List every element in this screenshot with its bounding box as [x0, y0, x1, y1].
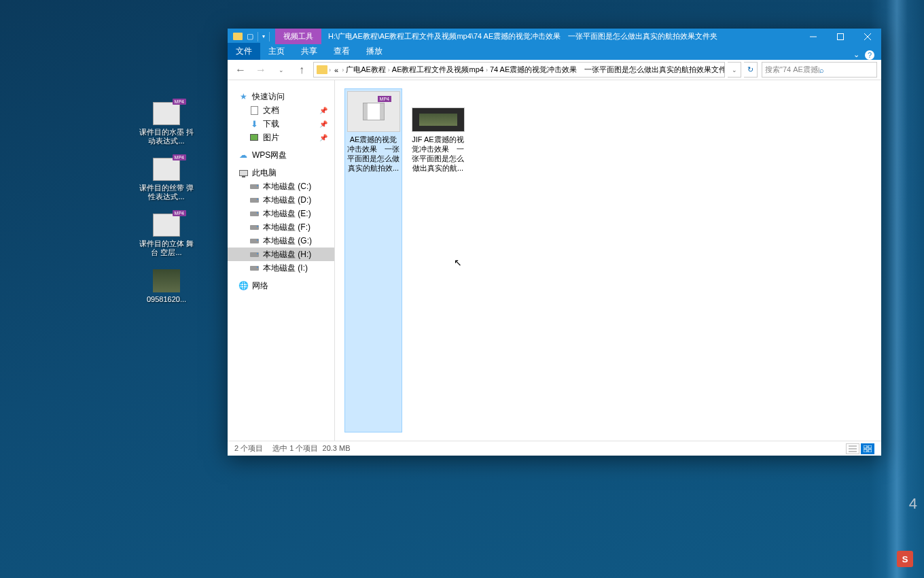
- sidebar-item-icon: [238, 168, 248, 177]
- sidebar-quick-item[interactable]: 图片📌: [228, 131, 334, 144]
- pin-icon: 📌: [319, 120, 327, 128]
- tab-play[interactable]: 播放: [358, 43, 391, 60]
- help-icon[interactable]: ?: [865, 50, 874, 60]
- sidebar-item-label: WPS网盘: [252, 150, 287, 161]
- status-selection: 选中 1 个项目 20.3 MB: [272, 443, 350, 454]
- sidebar-item-label: 本地磁盘 (G:): [263, 235, 312, 247]
- sidebar-drive[interactable]: 本地磁盘 (I:): [228, 261, 334, 275]
- maximize-button[interactable]: [827, 29, 854, 44]
- breadcrumb-bar[interactable]: › « ›广电AE教程›AE教程工程文件及视频mp4›74 AE震撼的视觉冲击效…: [313, 62, 725, 78]
- nav-recent-dropdown[interactable]: ⌄: [272, 62, 290, 78]
- minimize-button[interactable]: [800, 29, 827, 44]
- sidebar-quick-access[interactable]: ★快速访问: [228, 90, 334, 103]
- desktop-icon-label: 09581620...: [147, 295, 186, 304]
- sidebar-item-icon: [249, 250, 259, 259]
- tab-view[interactable]: 查看: [325, 43, 358, 60]
- sidebar-item-label: 图片: [263, 132, 279, 143]
- sidebar-drive[interactable]: 本地磁盘 (F:): [228, 220, 334, 234]
- nav-forward-button[interactable]: →: [252, 62, 270, 78]
- sidebar-item-label: 本地磁盘 (D:): [263, 194, 311, 206]
- icons-view-button[interactable]: [861, 443, 874, 454]
- ribbon-right: ⌄ ?: [853, 50, 881, 60]
- sidebar-drive[interactable]: 本地磁盘 (D:): [228, 193, 334, 207]
- ribbon-collapse-icon[interactable]: ⌄: [853, 50, 859, 60]
- sidebar-item-label: 网络: [252, 280, 268, 292]
- image-file-icon: [153, 269, 180, 292]
- sidebar-drive[interactable]: 本地磁盘 (G:): [228, 234, 334, 248]
- file-list-pane[interactable]: ↖ AE震撼的视觉冲击效果 一张平面图是怎么做真实的航拍效...JIF AE震撼…: [335, 80, 881, 441]
- view-switcher: [846, 443, 874, 454]
- folder-icon: [233, 33, 243, 40]
- refresh-button[interactable]: ↻: [744, 62, 758, 78]
- chevron-right-icon[interactable]: ›: [329, 67, 331, 73]
- status-bar: 2 个项目 选中 1 个项目 20.3 MB: [228, 441, 881, 456]
- details-view-button[interactable]: [846, 443, 859, 454]
- sidebar-item-icon: ⬇: [249, 119, 259, 129]
- search-input[interactable]: 搜索"74 AE震撼的视觉冲击... ⌕: [762, 62, 877, 78]
- tray-app-icon[interactable]: S: [897, 551, 913, 567]
- desktop-icon[interactable]: 09581620...: [136, 269, 197, 304]
- sidebar-item-icon: [249, 195, 259, 205]
- tab-file[interactable]: 文件: [228, 43, 260, 60]
- tab-share[interactable]: 共享: [293, 43, 325, 60]
- sidebar-item-icon: [249, 222, 259, 232]
- svg-rect-1: [838, 33, 844, 39]
- sidebar-item-icon: [249, 209, 259, 218]
- address-dropdown-button[interactable]: ⌄: [728, 62, 741, 78]
- sidebar-item-label: 本地磁盘 (H:): [263, 249, 311, 260]
- file-item[interactable]: AE震撼的视觉冲击效果 一张平面图是怎么做真实的航拍效...: [344, 88, 402, 432]
- breadcrumb-item[interactable]: AE教程工程文件及视频mp4: [390, 64, 486, 75]
- titlebar[interactable]: ▢ ▾ 视频工具 H:\广电AE教程\AE教程工程文件及视频mp4\74 AE震…: [228, 29, 881, 44]
- close-button[interactable]: [854, 29, 881, 44]
- qat-dropdown-icon[interactable]: ▾: [262, 33, 265, 39]
- qat-item[interactable]: ▢: [247, 32, 253, 41]
- sidebar-item-label: 本地磁盘 (E:): [263, 208, 311, 220]
- desktop-icon[interactable]: 课件目的水墨 抖动表达式...: [136, 102, 197, 146]
- sidebar-item-label: 本地磁盘 (C:): [263, 181, 311, 192]
- desktop-icon[interactable]: 课件目的丝带 弹性表达式...: [136, 158, 197, 201]
- sidebar-quick-item[interactable]: 文档📌: [228, 103, 334, 117]
- sidebar-network[interactable]: 🌐网络: [228, 279, 334, 292]
- video-file-icon: [153, 214, 180, 237]
- breadcrumb-item[interactable]: 74 AE震撼的视觉冲击效果 一张平面图是怎么做出真实的航拍效果文件夹: [488, 64, 725, 75]
- nav-back-button[interactable]: ←: [232, 62, 249, 78]
- explorer-body: ★快速访问文档📌⬇下载📌图片📌☁WPS网盘此电脑本地磁盘 (C:)本地磁盘 (D…: [228, 80, 881, 441]
- window-title-path: H:\广电AE教程\AE教程工程文件及视频mp4\74 AE震撼的视觉冲击效果 …: [321, 31, 800, 41]
- sidebar-item-icon: [249, 182, 259, 191]
- video-file-icon: [153, 102, 180, 125]
- sidebar-item-icon: [249, 105, 259, 115]
- video-thumbnail-icon: [347, 91, 400, 132]
- desktop-icon-label: 课件目的立体 舞台 空层...: [136, 239, 197, 257]
- desktop-background[interactable]: 课件目的水墨 抖动表达式...课件目的丝带 弹性表达式...课件目的立体 舞台 …: [0, 0, 924, 578]
- sidebar-this-pc[interactable]: 此电脑: [228, 166, 334, 180]
- sidebar-item-icon: [249, 236, 259, 245]
- svg-rect-10: [868, 449, 872, 452]
- sidebar-wps[interactable]: ☁WPS网盘: [228, 148, 334, 162]
- separator: [257, 32, 258, 41]
- desktop-icon[interactable]: 课件目的立体 舞台 空层...: [136, 214, 197, 257]
- status-item-count: 2 个项目: [234, 443, 263, 454]
- sidebar-item-icon: [249, 263, 259, 273]
- sidebar-drive[interactable]: 本地磁盘 (E:): [228, 207, 334, 220]
- navigation-pane[interactable]: ★快速访问文档📌⬇下载📌图片📌☁WPS网盘此电脑本地磁盘 (C:)本地磁盘 (D…: [228, 80, 335, 441]
- breadcrumb-overflow[interactable]: «: [332, 65, 340, 75]
- search-icon[interactable]: ⌕: [819, 66, 874, 74]
- svg-rect-7: [864, 445, 867, 448]
- sidebar-item-icon: ☁: [238, 150, 248, 160]
- video-file-icon: [153, 158, 180, 181]
- address-bar-row: ← → ⌄ ↑ › « ›广电AE教程›AE教程工程文件及视频mp4›74 AE…: [228, 60, 881, 80]
- sidebar-drive[interactable]: 本地磁盘 (H:): [228, 248, 334, 261]
- desktop-icon-label: 课件目的水墨 抖动表达式...: [136, 128, 197, 146]
- sidebar-drive[interactable]: 本地磁盘 (C:): [228, 180, 334, 193]
- sidebar-item-icon: 🌐: [238, 281, 248, 290]
- search-placeholder: 搜索"74 AE震撼的视觉冲击...: [765, 65, 819, 75]
- file-label: JIF AE震撼的视觉冲击效果 一张平面图是怎么做出真实的航...: [412, 135, 464, 173]
- pin-icon: 📌: [319, 134, 327, 141]
- sidebar-item-label: 快速访问: [252, 91, 285, 103]
- nav-up-button[interactable]: ↑: [293, 62, 310, 78]
- file-item[interactable]: JIF AE震撼的视觉冲击效果 一张平面图是怎么做出真实的航...: [409, 88, 467, 432]
- breadcrumb-item[interactable]: 广电AE教程: [344, 64, 388, 75]
- tab-home[interactable]: 主页: [260, 43, 293, 60]
- sidebar-quick-item[interactable]: ⬇下载📌: [228, 117, 334, 131]
- contextual-tab[interactable]: 视频工具: [275, 29, 321, 44]
